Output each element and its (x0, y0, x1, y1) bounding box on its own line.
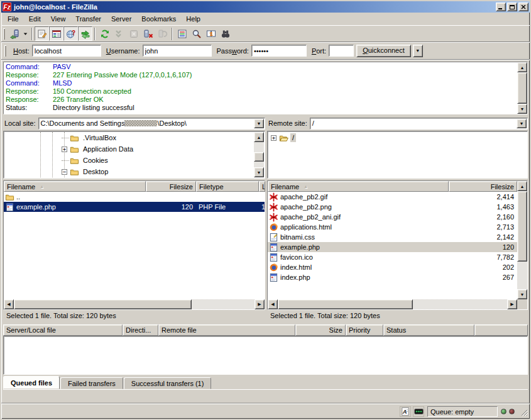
local-file-list: Filename▲FilesizeFiletypeL ..example.php… (3, 180, 265, 310)
tree-item-[interactable]: +/ (268, 132, 527, 143)
local-tree-scrollbar[interactable]: ▲ ▼ (254, 132, 264, 177)
scrollbar-up-button[interactable]: ▲ (254, 132, 264, 142)
quickconnect-dropdown-button[interactable]: ▼ (413, 45, 423, 57)
queue-column-header-directi[interactable]: Directi... (123, 324, 158, 336)
maximize-button[interactable] (507, 3, 517, 11)
toolbar-button-toggle-transfer-queue[interactable] (78, 26, 92, 41)
menu-item-file[interactable]: File (3, 13, 24, 25)
resize-grip[interactable] (520, 407, 528, 417)
file-name: example.php (16, 203, 56, 211)
file-row-index-html[interactable]: index.html202 (268, 262, 517, 272)
close-button[interactable] (518, 3, 528, 11)
file-row-example-php[interactable]: example.php120PHP File1 (4, 202, 265, 212)
tab-failed-transfers[interactable]: Failed transfers (60, 377, 123, 389)
file-row-apache-pb2-gif[interactable]: apache_pb2.gif2,414 (268, 192, 517, 202)
menu-item-transfer[interactable]: Transfer (70, 13, 106, 25)
host-input[interactable] (32, 45, 101, 57)
file-row-apache-pb2-png[interactable]: apache_pb2.png1,463 (268, 202, 517, 212)
scrollbar-down-button[interactable]: ▼ (517, 104, 527, 114)
log-scrollbar[interactable]: ▲ ▼ (517, 62, 527, 114)
toolbar-button-site-manager[interactable] (7, 26, 21, 41)
scrollbar-thumb[interactable] (254, 152, 264, 162)
tree-expander-plus[interactable]: + (62, 146, 67, 152)
menu-item-view[interactable]: View (46, 13, 71, 25)
toolbar-button-site-manager-dropdown[interactable] (21, 26, 30, 41)
local-horizontal-scrollbar[interactable]: ◀ ▶ (4, 299, 265, 309)
remote-file-list-body: apache_pb2.gif2,414apache_pb2.png1,463ap… (268, 192, 517, 299)
remote-horizontal-scrollbar[interactable]: ◀ ▶ (268, 299, 517, 309)
file-row-apache-pb2-ani-gif[interactable]: apache_pb2_ani.gif2,160 (268, 212, 517, 222)
scrollbar-right-button[interactable]: ▶ (507, 299, 517, 309)
tree-item-application-data[interactable]: +Application Data (4, 143, 254, 155)
toolbar-separator (31, 28, 33, 40)
column-header-filesize[interactable]: Filesize (146, 181, 196, 192)
tree-expander-minus[interactable]: − (62, 169, 67, 175)
queue-column-header-status[interactable]: Status (383, 324, 474, 336)
queue-column-header-size[interactable]: Size (295, 324, 346, 336)
toolbar-button-toggle-message-log[interactable] (35, 26, 49, 41)
column-header-filename[interactable]: Filename▲ (268, 181, 449, 192)
tab-queued-files[interactable]: Queued files (3, 376, 60, 389)
queue-column-header-priority[interactable]: Priority (346, 324, 383, 336)
menu-item-bookmarks[interactable]: Bookmarks (136, 13, 181, 25)
message-log-pane: Command:PASVResponse:227 Entering Passiv… (3, 62, 528, 114)
toolbar-button-toggle-remote-tree[interactable]: ? (63, 26, 78, 41)
quickconnect-button[interactable]: Quickconnect (356, 45, 411, 57)
column-header-filesize[interactable]: Filesize (449, 181, 517, 192)
tree-expander-plus[interactable]: + (271, 135, 276, 141)
scrollbar-thumb[interactable] (517, 72, 527, 104)
file-row-index-php[interactable]: index.php267 (268, 272, 517, 282)
menu-item-server[interactable]: Server (106, 13, 136, 25)
scrollbar-left-button[interactable]: ◀ (4, 299, 14, 309)
file-row-bitnami-css[interactable]: bitnami.css2,142 (268, 232, 517, 242)
file-row-favicon-ico[interactable]: favicon.ico7,782 (268, 252, 517, 262)
toolbar-button-disconnect[interactable] (141, 26, 155, 41)
tab-successful-transfers-1[interactable]: Successful transfers (1) (124, 377, 212, 389)
minimize-button[interactable] (496, 3, 506, 11)
scrollbar-down-button[interactable]: ▼ (254, 167, 264, 177)
scrollbar-up-button[interactable]: ▲ (517, 62, 527, 72)
file-row-[interactable]: .. (4, 192, 265, 202)
file-row-example-php[interactable]: example.php120 (268, 242, 517, 252)
tree-item-cookies[interactable]: Cookies (4, 155, 254, 166)
toolbar-button-directory-listing-filter[interactable] (175, 26, 189, 41)
toolbar-button-refresh[interactable] (97, 26, 112, 41)
menu-item-edit[interactable]: Edit (24, 13, 46, 25)
local-site-combobox[interactable]: C:\Documents and Settings\Desktop\ ▼ (38, 118, 265, 130)
remote-site-combobox[interactable]: / ▼ (310, 118, 528, 130)
password-label: Password: (217, 47, 249, 55)
toolbar-button-toggle-local-tree[interactable] (49, 26, 63, 41)
synchronized-browsing-icon (206, 29, 216, 39)
toolbar: ? (1, 26, 530, 42)
menu-item-help[interactable]: Help (181, 13, 205, 25)
scrollbar-thumb[interactable] (14, 299, 192, 309)
toolbar-button-directory-comparison[interactable] (218, 26, 233, 41)
port-input[interactable] (329, 45, 354, 57)
remote-vertical-scrollbar[interactable]: ▲ ▼ (517, 181, 527, 299)
toolbar-button-file-search[interactable] (189, 26, 204, 41)
password-input[interactable] (251, 45, 307, 57)
queue-column-header-server-local-file[interactable]: Server/Local file (3, 324, 123, 336)
refresh-icon (100, 29, 110, 39)
column-header-filetype[interactable]: Filetype (196, 181, 259, 192)
tree-item-desktop[interactable]: −Desktop (4, 166, 254, 177)
file-name-cell: index.php (268, 273, 449, 282)
remote-site-dropdown-button[interactable]: ▼ (517, 119, 527, 128)
scrollbar-up-button[interactable]: ▲ (517, 181, 527, 191)
file-row-applications-html[interactable]: applications.html2,713 (268, 222, 517, 232)
scrollbar-right-button[interactable]: ▶ (255, 299, 265, 309)
queue-column-header-remote-file[interactable]: Remote file (158, 324, 295, 336)
local-site-dropdown-button[interactable]: ▼ (254, 119, 264, 128)
toolbar-button-synchronized-browsing[interactable] (204, 26, 218, 41)
column-header-filename[interactable]: Filename▲ (4, 181, 146, 192)
scrollbar-thumb[interactable] (517, 191, 527, 262)
scrollbar-down-button[interactable]: ▼ (517, 289, 527, 299)
queue-column-header-filler (474, 324, 528, 336)
scrollbar-left-button[interactable]: ◀ (268, 299, 278, 309)
tree-item-virtualbox[interactable]: .VirtualBox (4, 132, 254, 143)
scrollbar-thumb[interactable] (278, 299, 413, 309)
username-input[interactable] (143, 45, 212, 57)
status-bar: A Queue: empty (1, 404, 530, 419)
column-header-l[interactable]: L (259, 181, 265, 192)
remote-site-label: Remote site: (267, 119, 307, 127)
